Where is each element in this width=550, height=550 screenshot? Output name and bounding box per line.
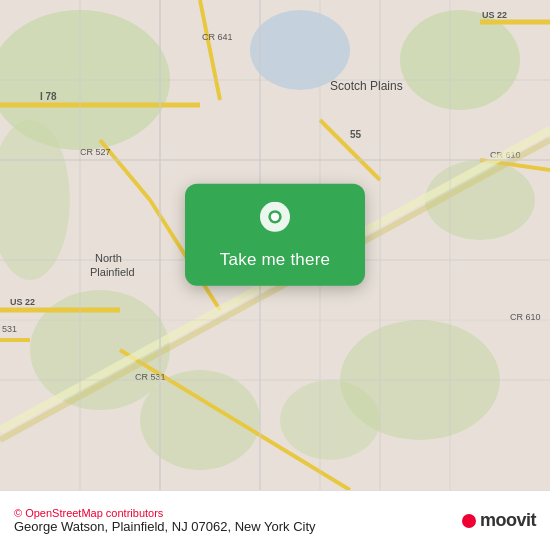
svg-text:CR 610: CR 610 [510, 312, 541, 322]
svg-point-3 [250, 10, 350, 90]
svg-point-48 [271, 213, 279, 221]
map-attribution: © OpenStreetMap contributors [14, 507, 316, 519]
svg-text:North: North [95, 252, 122, 264]
svg-point-9 [280, 380, 380, 460]
moovit-logo: moovit [462, 510, 536, 531]
map-container: I 78 US 22 US 22 CR 641 CR 527 55 CR 610… [0, 0, 550, 490]
location-pin-icon [255, 202, 295, 242]
address-text: George Watson, Plainfield, NJ 07062, New… [14, 519, 316, 534]
attribution-text: © OpenStreetMap contributors [14, 507, 163, 519]
svg-point-2 [400, 10, 520, 110]
svg-text:CR 641: CR 641 [202, 32, 233, 42]
location-card[interactable]: Take me there [185, 184, 365, 286]
address-attribution-block: © OpenStreetMap contributors George Wats… [14, 507, 316, 534]
svg-point-7 [140, 370, 260, 470]
moovit-dot-icon [462, 514, 476, 528]
svg-text:US 22: US 22 [482, 10, 507, 20]
svg-text:US 22: US 22 [10, 297, 35, 307]
svg-text:Scotch Plains: Scotch Plains [330, 79, 403, 93]
svg-text:55: 55 [350, 129, 362, 140]
svg-text:CR 527: CR 527 [80, 147, 111, 157]
svg-text:Plainfield: Plainfield [90, 266, 135, 278]
moovit-brand-text: moovit [480, 510, 536, 531]
svg-text:531: 531 [2, 324, 17, 334]
take-me-there-button[interactable]: Take me there [220, 250, 330, 270]
bottom-bar: © OpenStreetMap contributors George Wats… [0, 490, 550, 550]
svg-text:I 78: I 78 [40, 91, 57, 102]
